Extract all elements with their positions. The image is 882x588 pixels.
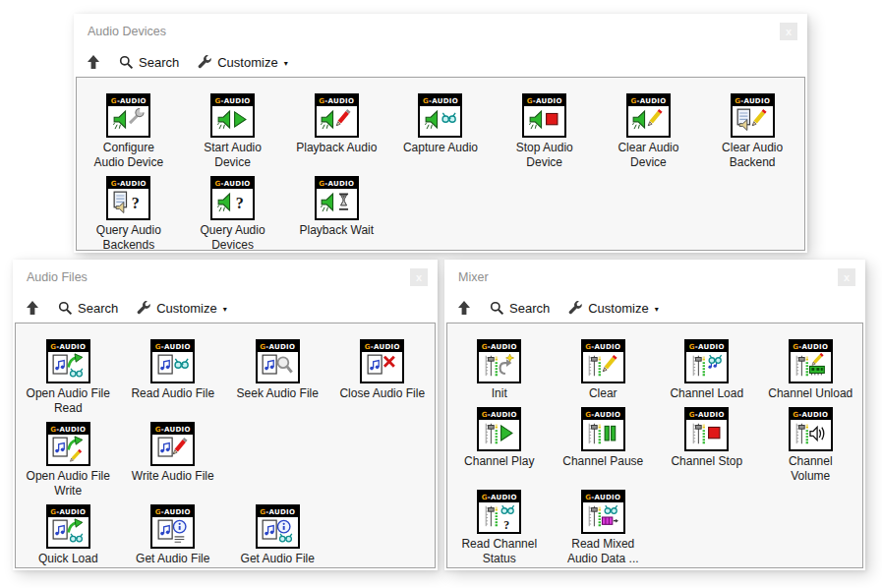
vi-icon: G-AUDIO xyxy=(477,407,521,451)
palette-item-seek-audio-file[interactable]: G-AUDIOSeek Audio File xyxy=(225,339,330,416)
palette-item-label: Playback Wait xyxy=(299,223,374,238)
palette-item-capture-audio[interactable]: G-AUDIOCapture Audio xyxy=(388,93,493,170)
vi-icon: G-AUDIO xyxy=(315,176,359,220)
palette-item-query-audio-backends[interactable]: G-AUDIO?Query Audio Backends xyxy=(77,176,181,251)
toolbar: Search Customize ▾ xyxy=(13,294,438,323)
palette-item-playback-wait[interactable]: G-AUDIOPlayback Wait xyxy=(284,176,388,251)
palette-item-read-channel-status[interactable]: G-AUDIO?Read Channel Status xyxy=(447,490,552,566)
palette-item-channel-play[interactable]: G-AUDIOChannel Play xyxy=(447,407,552,484)
palette-item-channel-pause[interactable]: G-AUDIOChannel Pause xyxy=(552,407,656,484)
palette-item-channel-volume[interactable]: G-AUDIOChannel Volume xyxy=(759,407,863,484)
palette-item-open-audio-file-write[interactable]: G-AUDIOOpen Audio File Write xyxy=(16,422,121,499)
close-button[interactable]: x xyxy=(780,23,797,40)
audio-document-icon xyxy=(48,435,88,464)
g-audio-banner: G-AUDIO xyxy=(212,178,253,189)
palette-item-open-audio-file-read[interactable]: G-AUDIOOpen Audio File Read xyxy=(16,339,121,416)
palette-window-audio-devices: Audio Devices x Search Customize ▾ G-AUD… xyxy=(74,14,807,253)
palette-item-get-audio-file-info[interactable]: G-AUDIOGet Audio File Info xyxy=(121,504,226,568)
audio-document-icon xyxy=(152,352,193,382)
vi-icon: G-AUDIO xyxy=(150,422,195,466)
search-icon xyxy=(58,301,73,316)
speaker-green-icon xyxy=(524,106,564,136)
palette-item-get-audio-file-position[interactable]: G-AUDIOGet Audio File Position xyxy=(225,504,330,568)
speaker-green-icon xyxy=(317,189,357,218)
palette-item-start-audio-device[interactable]: G-AUDIOStart Audio Device xyxy=(181,93,285,170)
palette-item-read-mixed-audio-data[interactable]: G-AUDIORead Mixed Audio Data ... xyxy=(552,490,656,566)
g-audio-banner: G-AUDIO xyxy=(686,409,727,420)
palette-item-playback-audio[interactable]: G-AUDIOPlayback Audio xyxy=(284,93,388,170)
mixer-sliders-icon xyxy=(479,420,519,449)
vi-icon: G-AUDIO xyxy=(150,339,195,383)
palette-item-label: Get Audio File Info xyxy=(136,552,209,568)
vi-icon: G-AUDIO xyxy=(418,93,462,138)
up-button[interactable] xyxy=(26,301,39,316)
up-arrow-icon xyxy=(87,55,100,70)
palette-row: G-AUDIOQuick Load Audio FileG-AUDIOGet A… xyxy=(16,504,435,568)
search-button[interactable]: Search xyxy=(119,55,179,70)
palette-item-clear-audio-backend[interactable]: G-AUDIOClear Audio Backend xyxy=(700,93,804,170)
up-button[interactable] xyxy=(87,55,100,70)
vi-icon: G-AUDIO xyxy=(626,93,671,138)
palette-item-label: Channel Unload xyxy=(768,386,853,401)
vi-icon: G-AUDIO xyxy=(360,339,404,383)
palette-item-clear[interactable]: G-AUDIOClear xyxy=(552,339,656,401)
svg-text:?: ? xyxy=(235,195,243,211)
palette-item-write-audio-file[interactable]: G-AUDIOWrite Audio File xyxy=(121,422,226,499)
palette-item-stop-audio-device[interactable]: G-AUDIOStop Audio Device xyxy=(493,93,597,170)
vi-icon: G-AUDIO xyxy=(477,339,521,383)
close-button[interactable]: x xyxy=(838,268,855,286)
vi-icon: G-AUDIO xyxy=(256,504,300,549)
palette-item-channel-unload[interactable]: G-AUDIOChannel Unload xyxy=(759,339,863,401)
g-audio-banner: G-AUDIO xyxy=(212,95,253,106)
palette-item-channel-load[interactable]: G-AUDIOChannel Load xyxy=(655,339,759,401)
palette-item-query-audio-devices[interactable]: G-AUDIO?Query Audio Devices xyxy=(181,176,285,251)
customize-button[interactable]: Customize ▾ xyxy=(137,301,226,316)
palette-item-read-audio-file[interactable]: G-AUDIORead Audio File xyxy=(121,339,226,416)
g-audio-banner: G-AUDIO xyxy=(152,424,193,435)
speaker-green-icon xyxy=(108,106,148,136)
palette-body: G-AUDIOInitG-AUDIOClearG-AUDIOChannel Lo… xyxy=(446,323,863,568)
g-audio-banner: G-AUDIO xyxy=(48,506,88,517)
backend-document-icon: ? xyxy=(108,189,148,218)
search-label: Search xyxy=(509,301,550,316)
g-audio-banner: G-AUDIO xyxy=(479,341,519,352)
wrench-icon xyxy=(198,55,212,70)
svg-text:?: ? xyxy=(503,518,509,531)
g-audio-banner: G-AUDIO xyxy=(48,424,88,435)
g-audio-banner: G-AUDIO xyxy=(317,178,357,189)
palette-window-mixer: Mixer x Search Customize ▾ G-AUDIOInitG-… xyxy=(444,260,865,570)
up-arrow-icon xyxy=(26,301,39,316)
palette-item-label: Quick Load Audio File xyxy=(38,552,98,568)
g-audio-banner: G-AUDIO xyxy=(524,95,564,106)
search-button[interactable]: Search xyxy=(490,301,550,316)
palette-item-close-audio-file[interactable]: G-AUDIOClose Audio File xyxy=(330,339,436,416)
palette-item-label: Open Audio File Read xyxy=(27,386,110,416)
palette-item-label: Clear Audio Backend xyxy=(722,141,783,170)
mixer-sliders-icon xyxy=(686,420,727,449)
window-title: Audio Devices xyxy=(88,25,166,38)
search-label: Search xyxy=(78,301,118,316)
mixer-sliders-icon: ? xyxy=(479,502,519,532)
palette-row: G-AUDIOOpen Audio File ReadG-AUDIORead A… xyxy=(16,339,435,416)
palette-item-label: Init xyxy=(492,386,507,401)
palette-item-channel-stop[interactable]: G-AUDIOChannel Stop xyxy=(655,407,759,484)
customize-button[interactable]: Customize ▾ xyxy=(568,301,658,316)
vi-icon: G-AUDIO xyxy=(210,93,255,138)
palette-item-clear-audio-device[interactable]: G-AUDIOClear Audio Device xyxy=(597,93,701,170)
vi-icon: G-AUDIO xyxy=(684,339,729,383)
up-button[interactable] xyxy=(457,301,471,316)
g-audio-banner: G-AUDIO xyxy=(317,95,357,106)
g-audio-banner: G-AUDIO xyxy=(583,409,623,420)
search-button[interactable]: Search xyxy=(58,301,118,316)
g-audio-banner: G-AUDIO xyxy=(479,409,519,420)
vi-icon: G-AUDIO xyxy=(581,339,625,383)
palette-item-configure-audio-device[interactable]: G-AUDIOConfigure Audio Device xyxy=(77,93,181,170)
customize-button[interactable]: Customize ▾ xyxy=(198,55,287,70)
palette-item-label: Read Audio File xyxy=(131,386,214,401)
g-audio-banner: G-AUDIO xyxy=(479,492,519,502)
mixer-sliders-icon xyxy=(479,352,519,382)
close-button[interactable]: x xyxy=(410,268,428,286)
vi-icon: G-AUDIO xyxy=(106,93,150,138)
palette-item-init[interactable]: G-AUDIOInit xyxy=(447,339,552,401)
palette-item-quick-load-audio-file[interactable]: G-AUDIOQuick Load Audio File xyxy=(16,504,121,568)
